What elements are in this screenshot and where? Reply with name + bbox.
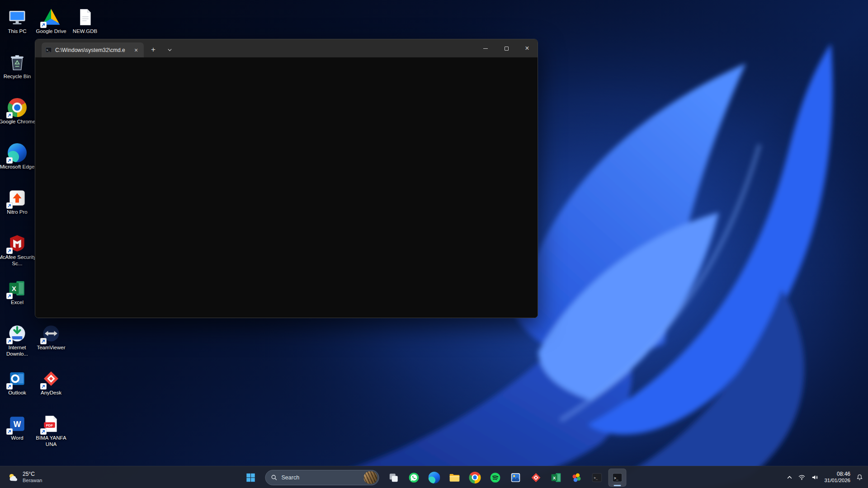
weather-temperature: 25°C [23, 471, 42, 478]
tray-chevron-up-icon[interactable] [787, 474, 793, 480]
desktop-icon-label: Word [11, 435, 23, 441]
terminal-window: >_ C:\Windows\system32\cmd.e × + × [35, 39, 538, 318]
pdf-icon: PDF [42, 414, 61, 433]
taskbar-excel-button[interactable]: X [547, 469, 566, 487]
task-view-icon [388, 472, 400, 483]
desktop-icon-pdf[interactable]: PDFBIMA YANFA UNA [31, 413, 71, 449]
word-icon: W [8, 414, 27, 433]
shortcut-arrow-icon [40, 338, 47, 344]
desktop-icon-label: Google Chrome [0, 118, 36, 125]
weather-condition: Berawan [23, 478, 42, 483]
search-placeholder: Search [282, 474, 360, 481]
taskbar-spotify-button[interactable] [486, 469, 505, 487]
shortcut-arrow-icon [6, 157, 13, 164]
taskbar-task-view-button[interactable] [385, 469, 403, 487]
terminal-tab-cmd[interactable]: >_ C:\Windows\system32\cmd.e × [42, 42, 144, 57]
shortcut-arrow-icon [6, 383, 13, 389]
shortcut-arrow-icon [40, 22, 47, 28]
tab-title: C:\Windows\system32\cmd.e [55, 47, 129, 53]
taskbar-whatsapp-button[interactable] [405, 469, 423, 487]
shortcut-arrow-icon [6, 202, 13, 209]
search-icon [271, 474, 278, 481]
wifi-icon[interactable] [798, 474, 806, 481]
tray-time: 08:46 [837, 471, 850, 477]
google-photos-icon [571, 472, 583, 483]
desktop-icon-label: McAfee Security Sc... [0, 254, 36, 267]
taskbar-windows-terminal-button[interactable]: >_ [609, 469, 627, 487]
notification-bell-icon[interactable] [856, 474, 863, 481]
taskbar-center: Search X>_>_ [242, 466, 627, 488]
desktop-icon-label: NEW.GDB [73, 28, 97, 34]
svg-text:PDF: PDF [46, 423, 53, 427]
nitro-icon [8, 188, 27, 207]
desktop-icon-excel[interactable]: XExcel [0, 278, 37, 306]
whatsapp-icon [408, 472, 420, 483]
taskbar-edge-button[interactable] [425, 469, 443, 487]
chevron-down-icon [167, 47, 172, 52]
recycle-bin-icon [8, 53, 27, 72]
file-explorer-icon [449, 472, 461, 483]
shortcut-arrow-icon [6, 248, 13, 254]
desktop-icon-chrome[interactable]: Google Chrome [0, 97, 37, 126]
tray-date: 31/01/2026 [824, 478, 850, 484]
this-pc-icon [8, 8, 27, 27]
search-box[interactable]: Search [265, 470, 379, 485]
desktop-icon-label: This PC [8, 28, 27, 34]
desktop-icon-label: Outlook [8, 389, 26, 396]
desktop-icon-label: Recycle Bin [4, 73, 31, 80]
desktop-icon-label: AnyDesk [41, 389, 61, 396]
desktop-icon-new-gdb[interactable]: NEW.GDB [65, 7, 105, 35]
desktop-icon-label: Excel [11, 299, 24, 305]
tray-clock[interactable]: 08:46 31/01/2026 [824, 471, 850, 483]
desktop-icon-mcafee[interactable]: McAfee Security Sc... [0, 233, 37, 268]
svg-text:>_: >_ [47, 48, 50, 52]
svg-text:W: W [14, 420, 21, 429]
taskbar-file-explorer-button[interactable] [446, 469, 464, 487]
shortcut-arrow-icon [6, 112, 13, 118]
terminal-titlebar[interactable]: >_ C:\Windows\system32\cmd.e × + × [35, 39, 538, 57]
start-button[interactable] [242, 469, 260, 487]
close-button[interactable]: × [517, 39, 538, 57]
excel-icon: X [551, 472, 562, 483]
svg-text:>_: >_ [614, 475, 618, 480]
photos-icon [510, 472, 522, 483]
taskbar-cmd-button[interactable]: >_ [588, 469, 606, 487]
new-tab-button[interactable]: + [146, 43, 160, 56]
idm-icon [8, 324, 27, 343]
cmd-icon: >_ [591, 472, 603, 483]
desktop-icon-label: BIMA YANFA UNA [32, 435, 70, 448]
spotify-icon [490, 472, 501, 483]
desktop-icon-recycle-bin[interactable]: Recycle Bin [0, 52, 37, 80]
desktop: This PCGoogle DriveNEW.GDBRecycle BinGoo… [0, 0, 868, 488]
widgets-weather-button[interactable]: 25°C Berawan [2, 466, 47, 488]
teamviewer-icon [42, 324, 61, 343]
search-daily-image[interactable] [364, 471, 377, 484]
shortcut-arrow-icon [40, 428, 47, 435]
svg-text:X: X [12, 285, 16, 292]
desktop-icon-nitro[interactable]: Nitro Pro [0, 188, 37, 216]
taskbar-google-photos-button[interactable] [568, 469, 586, 487]
desktop-icon-teamviewer[interactable]: TeamViewer [31, 323, 71, 352]
weather-partly-cloudy-icon [7, 472, 19, 483]
taskbar-anydesk-button[interactable] [527, 469, 545, 487]
shortcut-arrow-icon [6, 428, 13, 435]
chrome-icon [469, 472, 481, 483]
tab-close-button[interactable]: × [132, 46, 140, 54]
anydesk-icon [530, 472, 542, 483]
desktop-icon-label: Google Drive [36, 28, 66, 34]
taskbar-photos-button[interactable] [507, 469, 525, 487]
minimize-button[interactable] [475, 39, 496, 57]
shortcut-arrow-icon [6, 338, 13, 344]
terminal-body[interactable] [35, 57, 538, 318]
edge-icon [429, 472, 440, 483]
desktop-icon-label: Microsoft Edge [0, 164, 34, 170]
desktop-icon-edge[interactable]: Microsoft Edge [0, 142, 37, 171]
tab-dropdown-button[interactable] [163, 43, 176, 56]
taskbar-chrome-button[interactable] [466, 469, 484, 487]
taskbar: 25°C Berawan Search X>_>_ [0, 466, 868, 488]
svg-text:X: X [553, 475, 556, 480]
shortcut-arrow-icon [6, 293, 13, 299]
volume-icon[interactable] [811, 474, 819, 481]
maximize-button[interactable] [496, 39, 517, 57]
desktop-icon-anydesk[interactable]: AnyDesk [31, 368, 71, 397]
